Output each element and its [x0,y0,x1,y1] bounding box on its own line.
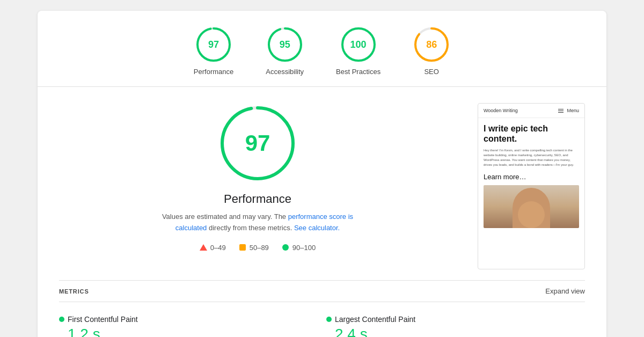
accessibility-circle: 95 [266,26,304,63]
performance-score-value: 97 [208,39,219,50]
metrics-header: METRICS Expand view [59,280,585,302]
performance-title: Performance [224,192,291,206]
legend-good-range: 90–100 [292,244,316,252]
legend-bad: 0–49 [200,244,226,252]
mobile-brand: Wooden Writing [484,108,518,113]
avatar-shape [513,188,550,228]
seo-circle: 86 [413,26,450,63]
score-best-practices[interactable]: 100 Best Practices [336,26,380,76]
big-performance-circle: 97 [217,103,298,184]
metrics-title: METRICS [59,288,89,295]
best-practices-score-label: Best Practices [336,68,380,76]
mobile-nav: Wooden Writing Menu [478,104,584,118]
best-practices-circle: 100 [340,26,377,63]
metrics-section: METRICS Expand view First Contentful Pai… [38,280,606,337]
mobile-subtext: Hey there! I'm Kevin, and I write compel… [484,148,579,167]
avatar-face [518,201,545,228]
main-content: 97 Performance Values are estimated and … [38,87,606,280]
mobile-menu: Menu [558,108,579,113]
mobile-menu-label: Menu [567,108,579,113]
legend-bad-range: 0–49 [210,244,226,252]
seo-score-value: 86 [426,39,437,50]
legend-medium: 50–89 [239,244,269,252]
score-accessibility[interactable]: 95 Accessibility [266,26,304,76]
metric-fcp: First Contentful Paint 1.2 s [59,311,318,337]
scores-bar: 97 Performance 95 Accessibility 10 [38,11,606,87]
score-seo[interactable]: 86 SEO [413,26,450,76]
mobile-body: I write epic tech content. Hey there! I'… [478,118,584,233]
dot-icon [282,244,289,251]
lcp-label: Largest Contentful Paint [335,315,415,324]
mobile-preview: Wooden Writing Menu I write epic tech co… [478,103,585,269]
mobile-avatar [484,185,579,228]
accessibility-score-value: 95 [280,39,290,50]
metric-lcp: Largest Contentful Paint 2.4 s [326,311,585,337]
mobile-headline: I write epic tech content. [484,123,579,144]
legend: 0–49 50–89 90–100 [200,244,316,252]
fcp-label: First Contentful Paint [68,315,138,324]
performance-description: Values are estimated and may vary. The p… [156,211,360,234]
left-panel: 97 Performance Values are estimated and … [59,103,456,269]
hamburger-icon [558,109,564,113]
main-card: 97 Performance 95 Accessibility 10 [38,11,606,337]
legend-medium-range: 50–89 [250,244,269,252]
best-practices-score-value: 100 [350,39,367,50]
right-panel: Wooden Writing Menu I write epic tech co… [478,103,585,269]
big-performance-score: 97 [245,130,270,156]
metrics-grid: First Contentful Paint 1.2 s Largest Con… [59,311,585,337]
score-performance[interactable]: 97 Performance [194,26,233,76]
fcp-value: 1.2 s [68,326,318,337]
expand-view-button[interactable]: Expand view [545,287,585,295]
accessibility-score-label: Accessibility [266,68,304,76]
calculator-link[interactable]: See calculator. [294,224,340,232]
mobile-learn-more: Learn more… [484,173,579,181]
performance-score-label: Performance [194,68,233,76]
lcp-dot [326,317,332,322]
legend-good: 90–100 [282,244,316,252]
triangle-icon [200,244,207,251]
fcp-dot [59,317,64,322]
square-icon [239,244,246,251]
seo-score-label: SEO [424,68,438,76]
lcp-value: 2.4 s [335,326,585,337]
performance-circle: 97 [195,26,232,63]
